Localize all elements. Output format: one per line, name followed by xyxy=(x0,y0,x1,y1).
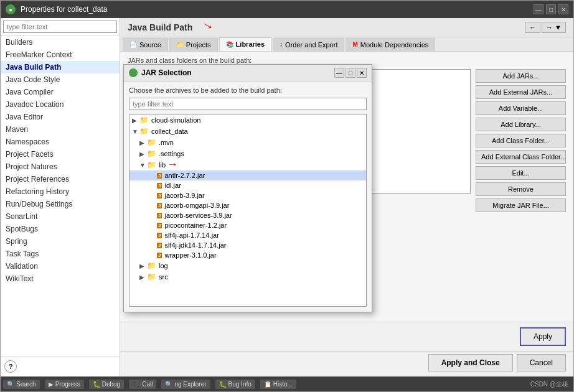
tree-label: slf4j-jdk14-1.7.14.jar xyxy=(164,241,226,249)
order-tab-icon: ↕ xyxy=(280,41,283,48)
sidebar-item-namespaces[interactable]: Namespaces xyxy=(1,136,120,148)
dialog-close-button[interactable]: ✕ xyxy=(357,68,367,78)
sidebar-item-freemarker[interactable]: FreeMarker Context xyxy=(1,49,120,61)
close-button[interactable]: ✕ xyxy=(558,4,568,14)
apply-button[interactable]: Apply xyxy=(520,327,566,346)
dialog-maximize-button[interactable]: □ xyxy=(346,68,355,78)
sidebar-item-builders[interactable]: Builders xyxy=(1,36,120,49)
tab-source[interactable]: 📄 Source xyxy=(123,38,168,51)
sidebar-item-task-tags[interactable]: Task Tags xyxy=(1,248,120,260)
sidebar: Builders FreeMarker Context Java Build P… xyxy=(1,18,120,376)
tree-item-log[interactable]: ▶ 📁 log xyxy=(129,260,366,271)
dialog-minimize-button[interactable]: — xyxy=(334,68,344,78)
sidebar-item-refactoring-history[interactable]: Refactoring History xyxy=(1,185,120,198)
arrow-to-lib: → xyxy=(167,158,178,171)
tree-item-collect-data[interactable]: ▼ 📁 collect_data xyxy=(129,126,366,137)
tab-projects[interactable]: 📁 Projects xyxy=(169,38,218,51)
folder-icon: 📁 xyxy=(139,127,149,136)
tree-item-pico[interactable]: ▶ J picocontainer-1.2.jar xyxy=(129,220,366,230)
tree-label: antlr-2.7.2.jar xyxy=(164,172,205,179)
sidebar-item-project-references[interactable]: Project References xyxy=(1,173,120,185)
jar-icon: J xyxy=(157,223,162,228)
taskbar-debug[interactable]: 🐛 Debug xyxy=(89,380,124,389)
sidebar-item-run-debug[interactable]: Run/Debug Settings xyxy=(1,198,120,210)
sidebar-item-maven[interactable]: Maven xyxy=(1,123,120,136)
sidebar-item-validation[interactable]: Validation xyxy=(1,260,120,273)
folder-icon: 📁 xyxy=(147,149,156,158)
dialog-filter-input[interactable] xyxy=(129,98,367,110)
sidebar-item-sonarlint[interactable]: SonarLint xyxy=(1,210,120,223)
sidebar-item-javadoc[interactable]: Javadoc Location xyxy=(1,98,120,111)
taskbar-histo[interactable]: 📋 Histo... xyxy=(260,380,296,389)
file-tree: ▶ 📁 cloud-simulation ▼ 📁 collect_data xyxy=(129,114,367,307)
tree-item-jacorb-omgapi[interactable]: ▶ J jacorb-omgapi-3.9.jar xyxy=(129,200,366,210)
tab-module-deps[interactable]: M Module Dependencies xyxy=(346,38,435,51)
tree-item-cloud-simulation[interactable]: ▶ 📁 cloud-simulation xyxy=(129,114,366,126)
tree-item-idl[interactable]: ▶ J idl.jar xyxy=(129,180,366,190)
sidebar-item-wikitext[interactable]: WikiText xyxy=(1,273,120,285)
sidebar-item-java-compiler[interactable]: Java Compiler xyxy=(1,86,120,98)
tree-item-src[interactable]: ▶ 📁 src xyxy=(129,271,366,282)
sidebar-item-java-editor[interactable]: Java Editor xyxy=(1,111,120,123)
migrate-jar-button[interactable]: Migrate JAR File... xyxy=(476,198,566,212)
add-jars-button[interactable]: Add JARs... xyxy=(476,69,566,83)
edit-button[interactable]: Edit... xyxy=(476,166,566,180)
sidebar-item-project-facets[interactable]: Project Facets xyxy=(1,148,120,161)
tabs-bar: 📄 Source 📁 Projects 📚 Libraries ↕ Order … xyxy=(120,37,573,52)
jar-icon: J xyxy=(157,173,162,179)
tab-libraries[interactable]: 📚 Libraries xyxy=(219,37,271,51)
tree-item-jacorb[interactable]: ▶ J jacorb-3.9.jar xyxy=(129,190,366,200)
jar-icon: J xyxy=(157,233,162,238)
right-panel: Java Build Path ← → ▼ 📄 Source 📁 Project… xyxy=(120,18,573,376)
sidebar-filter-input[interactable] xyxy=(3,21,117,33)
maximize-button[interactable]: □ xyxy=(546,4,556,14)
tree-item-jacorb-services[interactable]: ▶ J jacorb-services-3.9.jar xyxy=(129,210,366,220)
tree-item-slf4j-jdk14[interactable]: ▶ J slf4j-jdk14-1.7.14.jar xyxy=(129,240,366,250)
folder-icon: 📁 xyxy=(139,116,149,124)
tree-label: picocontainer-1.2.jar xyxy=(164,222,227,229)
tree-label: .settings xyxy=(159,150,184,157)
jar-icon: J xyxy=(157,183,162,189)
sidebar-item-project-natures[interactable]: Project Natures xyxy=(1,161,120,173)
taskbar-bug-info[interactable]: 🐛 Bug Info xyxy=(215,380,255,389)
tree-label: collect_data xyxy=(151,128,188,135)
sidebar-item-java-code-style[interactable]: Java Code Style xyxy=(1,73,120,86)
tree-item-antlr[interactable]: ▶ J antlr-2.7.2.jar xyxy=(129,170,366,180)
expand-icon: ▶ xyxy=(139,263,146,269)
apply-and-close-button[interactable]: Apply and Close xyxy=(428,354,513,371)
tree-item-settings[interactable]: ▶ 📁 .settings xyxy=(129,148,366,159)
taskbar-progress[interactable]: ▶ Progress xyxy=(45,380,84,389)
jar-icon: J xyxy=(157,193,162,198)
add-external-jars-button[interactable]: Add External JARs... xyxy=(476,85,566,99)
remove-button[interactable]: Remove xyxy=(476,182,566,196)
sidebar-item-spotbugs[interactable]: SpotBugs xyxy=(1,223,120,235)
panel-header: Java Build Path ← → ▼ xyxy=(120,18,573,37)
tree-item-mvn[interactable]: ▶ 📁 .mvn xyxy=(129,137,366,148)
tree-item-slf4j-api[interactable]: ▶ J slf4j-api-1.7.14.jar xyxy=(129,230,366,240)
taskbar-search[interactable]: 🔍 Search xyxy=(3,380,40,389)
sidebar-item-spring[interactable]: Spring xyxy=(1,235,120,248)
add-external-class-folder-button[interactable]: Add External Class Folder... xyxy=(476,150,566,164)
expand-icon: ▼ xyxy=(139,162,146,169)
tree-item-lib[interactable]: ▼ 📁 lib → xyxy=(129,159,366,170)
content-area: Builders FreeMarker Context Java Build P… xyxy=(1,18,573,376)
nav-forward-button[interactable]: → ▼ xyxy=(542,22,566,33)
taskbar-call[interactable]: 📞 Call xyxy=(129,380,156,389)
tab-module-label: Module Dependencies xyxy=(360,41,428,49)
tab-order-export[interactable]: ↕ Order and Export xyxy=(273,38,344,51)
minimize-button[interactable]: — xyxy=(534,4,543,14)
add-library-button[interactable]: Add Library... xyxy=(476,118,566,131)
jar-selection-dialog: JAR Selection — □ ✕ Choose the archives … xyxy=(123,64,372,312)
help-button[interactable]: ? xyxy=(4,360,17,373)
tree-label: cloud-simulation xyxy=(151,116,200,124)
add-class-folder-button[interactable]: Add Class Folder... xyxy=(476,134,566,147)
taskbar: 🔍 Search ▶ Progress 🐛 Debug 📞 Call 🔍 ug … xyxy=(1,376,573,391)
nav-back-button[interactable]: ← xyxy=(525,22,540,33)
taskbar-bug-explorer[interactable]: 🔍 ug Explorer xyxy=(161,380,210,389)
tree-item-wrapper[interactable]: ▶ J wrapper-3.1.0.jar xyxy=(129,250,366,260)
add-variable-button[interactable]: Add Variable... xyxy=(476,101,566,115)
cancel-button[interactable]: Cancel xyxy=(517,354,566,371)
sidebar-item-java-build-path[interactable]: Java Build Path xyxy=(1,61,120,73)
dialog-description: Choose the archives to be added to the b… xyxy=(129,86,367,94)
folder-icon: 📁 xyxy=(147,273,156,281)
